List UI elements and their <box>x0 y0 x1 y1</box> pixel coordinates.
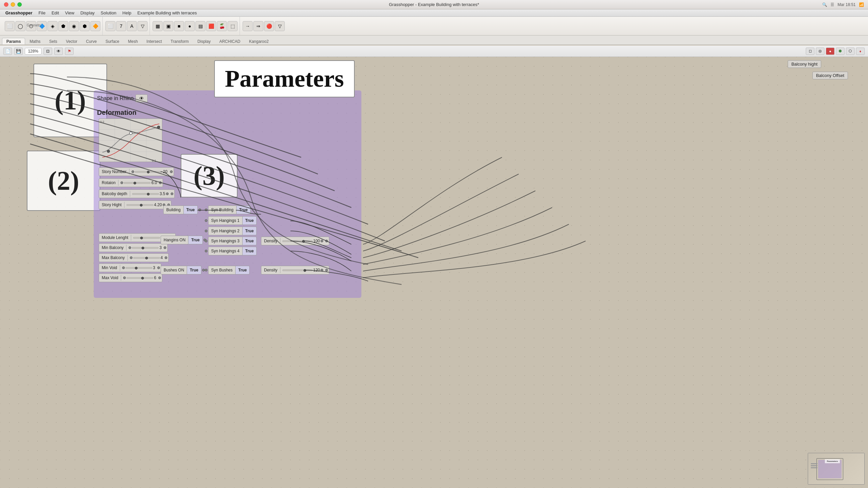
menu-grasshopper[interactable]: Grasshopper <box>3 10 35 16</box>
canvas-btn-eye[interactable]: 👁 <box>54 48 63 55</box>
toolbar-btn-6[interactable]: ⬟ <box>58 21 68 31</box>
tab-kangaroo[interactable]: Kangaroo2 <box>245 38 273 44</box>
tab-display[interactable]: Display <box>193 38 215 44</box>
syn-building-label[interactable]: Syn Building <box>208 206 237 214</box>
primitive-btn-2[interactable]: 7 <box>116 21 126 31</box>
slider-thumb[interactable] <box>147 171 150 173</box>
syn-building-value[interactable]: True <box>237 206 251 214</box>
canvas-ctrl-4[interactable]: ⬢ <box>836 48 844 55</box>
menu-view[interactable]: View <box>62 10 77 16</box>
slider-track-bar[interactable] <box>135 171 162 173</box>
close-btn[interactable] <box>4 2 8 7</box>
input-btn-6[interactable]: 🟥 <box>206 21 216 31</box>
primitive-btn-4[interactable]: ▽ <box>137 21 148 31</box>
syn-hang1-label[interactable]: Syn Hangings 1 <box>208 216 243 225</box>
tab-archicad[interactable]: ARCHICAD <box>215 38 245 44</box>
canvas-btn-fit[interactable]: ⊡ <box>43 48 52 55</box>
input-btn-3[interactable]: ■ <box>174 21 184 31</box>
slider-max-balcony-inner[interactable]: 4 <box>128 255 165 260</box>
menu-display[interactable]: Display <box>78 10 97 16</box>
canvas-ctrl-3[interactable]: ● <box>826 48 835 55</box>
toolbar-btn-9[interactable]: 🔶 <box>90 21 100 31</box>
syn-hangings-3[interactable]: Syn Hangings 3 True <box>205 237 257 245</box>
slider-max-balcony[interactable]: Max Balcony 4 <box>99 253 169 262</box>
canvas-ctrl-6[interactable]: ♦ <box>856 48 865 55</box>
slider-story-hight[interactable]: Story Hight 4.20 <box>99 201 171 209</box>
toolbar-btn-5[interactable]: ◈ <box>48 21 58 31</box>
slider-max-void[interactable]: Max Void 6 <box>99 273 162 282</box>
canvas-btn-save[interactable]: 💾 <box>14 48 23 55</box>
syn-bushes[interactable]: Syn Bushes True <box>205 266 250 274</box>
search-icon[interactable]: 🔍 <box>822 2 827 7</box>
slider-max-void-inner[interactable]: 6 <box>121 275 158 280</box>
tab-vector[interactable]: Vector <box>62 38 82 44</box>
slider-rotation-inner[interactable]: 6.0 <box>119 180 159 185</box>
slider-min-void[interactable]: Min Void 3 <box>99 264 161 272</box>
slider-min-balcony-inner[interactable]: 3 <box>126 245 164 250</box>
notifications-icon[interactable]: ☰ <box>831 2 834 7</box>
slider-balcony-depth[interactable]: Balcoby depth 3.5 <box>99 189 175 198</box>
syn-hang4-label[interactable]: Syn Hangings 4 <box>208 247 243 255</box>
canvas-btn-preview[interactable]: ⚑ <box>65 48 73 55</box>
minimize-btn[interactable] <box>11 2 15 7</box>
bool-building[interactable]: Building True <box>163 206 201 214</box>
bool-bushes-value[interactable]: True <box>187 266 201 274</box>
ui-btn-1[interactable]: → <box>243 21 253 31</box>
tab-params[interactable]: Params <box>2 38 25 44</box>
primitive-btn-3[interactable]: A <box>127 21 137 31</box>
density-node-2[interactable]: Density 120 <box>261 266 329 274</box>
syn-hangings-2[interactable]: Syn Hangings 2 True <box>205 226 257 235</box>
input-btn-5[interactable]: ▤ <box>195 21 206 31</box>
bool-hangins-on[interactable]: Hangins ON True <box>161 236 206 244</box>
slider-rotation[interactable]: Rotaion 6.0 <box>99 178 163 187</box>
syn-building[interactable]: Syn Building True <box>205 206 251 214</box>
slider-story-number-track[interactable]: 20 <box>129 170 170 174</box>
syn-bushes-value[interactable]: True <box>236 266 250 274</box>
slider-balcony-depth-inner[interactable]: 3.5 <box>130 191 170 196</box>
ui-btn-2[interactable]: ⇒ <box>253 21 264 31</box>
toolbar-btn-2[interactable]: ◯ <box>16 21 25 31</box>
bool-hangins-label[interactable]: Hangins ON <box>161 236 188 244</box>
menu-help[interactable]: Help <box>120 10 134 16</box>
slider-min-void-inner[interactable]: 3 <box>120 266 157 270</box>
toolbar-btn-1[interactable]: ⬜ <box>5 21 15 31</box>
right-label-balcony-hight[interactable]: Balcony hight <box>788 60 821 68</box>
canvas-ctrl-1[interactable]: ◻ <box>806 48 814 55</box>
syn-hang3-value[interactable]: True <box>243 237 257 245</box>
tab-transform[interactable]: Transform <box>166 38 193 44</box>
ui-btn-4[interactable]: ▽ <box>275 21 285 31</box>
tab-intersect[interactable]: Intersect <box>142 38 166 44</box>
tab-mesh[interactable]: Mesh <box>123 38 142 44</box>
slider-story-number[interactable]: Story Number 20 <box>99 167 174 176</box>
density-1-inner[interactable]: 100 <box>280 239 325 243</box>
bool-bushes-label[interactable]: Bushes ON <box>161 266 187 274</box>
density-node-1[interactable]: Density 100 <box>261 237 329 245</box>
menu-solution[interactable]: Solution <box>98 10 119 16</box>
tab-curve[interactable]: Curve <box>82 38 101 44</box>
canvas-btn-new[interactable]: 📄 <box>3 48 12 55</box>
slider-rotation-track[interactable] <box>124 182 151 184</box>
toolbar-btn-8[interactable]: ⬢ <box>80 21 90 31</box>
bool-bushes-on[interactable]: Bushes ON True <box>161 266 205 274</box>
tab-surface[interactable]: Surface <box>101 38 123 44</box>
syn-hangings-4[interactable]: Syn Hangings 4 True <box>205 247 257 255</box>
shape-rhino-icon[interactable]: 👁 <box>135 94 148 102</box>
density-2-inner[interactable]: 120 <box>280 268 325 272</box>
syn-hang2-label[interactable]: Syn Hangings 2 <box>208 226 243 235</box>
syn-hang4-value[interactable]: True <box>243 247 257 255</box>
canvas-ctrl-2[interactable]: ◎ <box>816 48 825 55</box>
bool-building-value[interactable]: True <box>184 206 198 214</box>
menu-file[interactable]: File <box>36 10 48 16</box>
menu-edit[interactable]: Edit <box>49 10 62 16</box>
input-btn-4[interactable]: ● <box>185 21 195 31</box>
menu-example[interactable]: Example Building with terraces <box>135 10 200 16</box>
toolbar-btn-7[interactable]: ◉ <box>69 21 79 31</box>
syn-hang2-value[interactable]: True <box>243 226 257 235</box>
syn-bushes-label[interactable]: Syn Bushes <box>208 266 236 274</box>
gh-canvas[interactable]: (1) (2) (3) Parameters Shape in Rhino 👁 … <box>0 57 868 488</box>
primitive-btn-1[interactable]: ⬜ <box>105 21 116 31</box>
tab-maths[interactable]: Maths <box>25 38 45 44</box>
input-btn-1[interactable]: ▦ <box>153 21 163 31</box>
input-btn-8[interactable]: ⬚ <box>227 21 238 31</box>
curve-editor[interactable]: 0:2 0:1 <box>99 119 162 162</box>
